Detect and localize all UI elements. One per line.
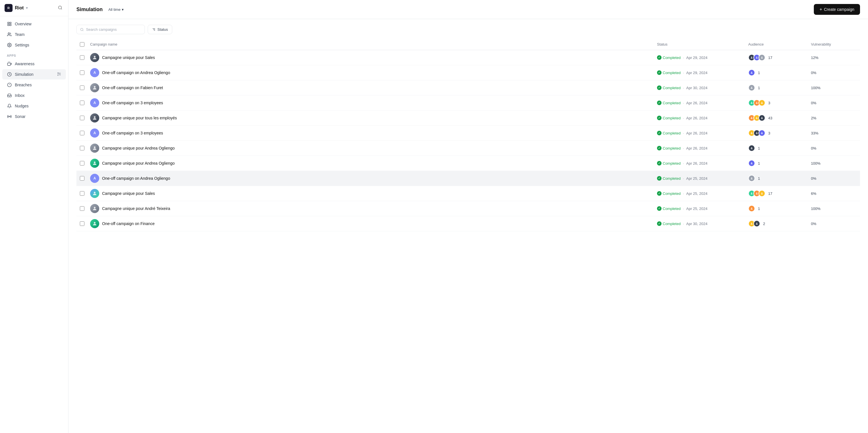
campaign-name-text: Campagne unique pour Andrea Ogliengo (102, 161, 175, 166)
audience-cell: 43 (748, 114, 811, 121)
svg-point-49 (751, 208, 752, 208)
sidebar-item-simulation[interactable]: Simulation (2, 69, 66, 79)
row-checkbox[interactable] (80, 70, 84, 75)
status-date: Apr 25, 2024 (686, 206, 708, 211)
create-campaign-button[interactable]: + Create campaign (814, 4, 860, 15)
row-checkbox-cell[interactable] (80, 86, 90, 90)
table-row[interactable]: A One-off campaign on Andrea Ogliengo Co… (76, 65, 860, 80)
vulnerability-cell: 2% (811, 116, 857, 120)
status-separator: · (683, 161, 684, 166)
row-checkbox-cell[interactable] (80, 206, 90, 211)
select-all-checkbox[interactable] (80, 42, 84, 47)
row-checkbox[interactable] (80, 101, 84, 105)
svg-point-50 (94, 222, 95, 224)
row-checkbox[interactable] (80, 146, 84, 151)
table-row[interactable]: Campagne unique pour Andrea Ogliengo Com… (76, 141, 860, 156)
sidebar-item-nudges[interactable]: Nudges (2, 101, 66, 111)
svg-point-41 (94, 162, 95, 163)
row-checkbox-cell[interactable] (80, 131, 90, 135)
vulnerability-cell: 0% (811, 101, 857, 105)
status-dot-icon (657, 101, 661, 105)
row-checkbox-cell[interactable] (80, 176, 90, 180)
svg-point-43 (751, 177, 752, 178)
time-filter-button[interactable]: All time ▾ (106, 6, 126, 13)
status-filter-button[interactable]: Status (148, 25, 172, 34)
status-date: Apr 26, 2024 (686, 101, 708, 105)
row-checkbox[interactable] (80, 206, 84, 211)
status-badge: Completed (657, 70, 681, 75)
row-checkbox[interactable] (80, 161, 84, 166)
svg-point-30 (756, 102, 757, 103)
table-row[interactable]: A One-off campaign on 3 employees Comple… (76, 95, 860, 110)
row-checkbox[interactable] (80, 221, 84, 226)
row-checkbox[interactable] (80, 86, 84, 90)
table-row[interactable]: Campagne unique pour André Teixeira Comp… (76, 201, 860, 216)
row-checkbox[interactable] (80, 55, 84, 60)
header-audience: Audience (748, 42, 811, 47)
main-content: Simulation All time ▾ + Create campaign (68, 0, 868, 433)
row-checkbox-cell[interactable] (80, 191, 90, 196)
header-campaign-name: Campaign name (90, 42, 657, 47)
status-dot-icon (657, 176, 661, 180)
status-label: Completed (663, 206, 681, 211)
row-checkbox[interactable] (80, 191, 84, 196)
table-row[interactable]: Campagne unique pour tous les employés C… (76, 110, 860, 126)
table-row[interactable]: One-off campaign on Fabien Furet Complet… (76, 80, 860, 95)
sidebar-item-team[interactable]: Team (2, 29, 66, 40)
status-label: Completed (663, 146, 681, 151)
status-dot-icon (657, 221, 661, 226)
status-badge: Completed (657, 176, 681, 180)
table-body: Campagne unique pour Sales Completed · A… (76, 50, 860, 231)
row-checkbox-cell[interactable] (80, 70, 90, 75)
campaign-status-cell: Completed · Apr 26, 2024 (657, 131, 748, 135)
simulation-settings-icon[interactable] (57, 72, 61, 77)
brand-logo-area[interactable]: R Riot ▾ (5, 4, 28, 12)
search-box[interactable] (76, 25, 145, 34)
filters-row: Status (76, 25, 860, 34)
table-row[interactable]: Campagne unique pour Sales Completed · A… (76, 50, 860, 65)
row-checkbox-cell[interactable] (80, 146, 90, 151)
sidebar-item-overview[interactable]: Overview (2, 19, 66, 29)
row-checkbox[interactable] (80, 176, 84, 180)
status-separator: · (683, 222, 684, 226)
svg-point-46 (756, 193, 757, 193)
table-row[interactable]: Campagne unique pour Andrea Ogliengo Com… (76, 156, 860, 171)
sidebar-item-breaches[interactable]: Breaches (2, 80, 66, 90)
svg-point-33 (751, 117, 752, 118)
sidebar-item-inbox[interactable]: Inbox (2, 90, 66, 101)
table-row[interactable]: One-off campaign on Finance Completed · … (76, 216, 860, 231)
vulnerability-cell: 6% (811, 192, 857, 196)
status-dot-icon (657, 131, 661, 135)
table-row[interactable]: Campagne unique pour Sales Completed · A… (76, 186, 860, 201)
row-checkbox-cell[interactable] (80, 101, 90, 105)
row-checkbox[interactable] (80, 115, 84, 120)
search-input[interactable] (86, 27, 141, 32)
row-checkbox-cell[interactable] (80, 55, 90, 60)
table-row[interactable]: A One-off campaign on Andrea Ogliengo Co… (76, 171, 860, 186)
sidebar-item-settings[interactable]: Settings (2, 40, 66, 50)
row-checkbox[interactable] (80, 131, 84, 135)
row-checkbox-cell[interactable] (80, 221, 90, 226)
campaign-name-cell: One-off campaign on Finance (90, 219, 657, 228)
status-separator: · (683, 116, 684, 120)
svg-point-0 (58, 6, 62, 9)
svg-point-32 (94, 116, 95, 118)
row-checkbox-cell[interactable] (80, 115, 90, 120)
brand-chevron-icon: ▾ (26, 6, 28, 10)
sidebar-search-button[interactable] (57, 4, 64, 12)
sidebar-item-awareness[interactable]: Awareness (2, 59, 66, 69)
status-dot-icon (657, 191, 661, 196)
svg-point-44 (94, 192, 95, 193)
status-dot-icon (657, 161, 661, 166)
status-dot-icon (657, 146, 661, 151)
row-checkbox-cell[interactable] (80, 161, 90, 166)
table-row[interactable]: A One-off campaign on 3 employees Comple… (76, 126, 860, 141)
simulation-icon (7, 72, 12, 77)
time-filter-label: All time (108, 7, 121, 12)
campaign-status-cell: Completed · Apr 25, 2024 (657, 176, 748, 180)
sidebar-item-sonar[interactable]: Sonar (2, 111, 66, 122)
svg-point-24 (756, 57, 757, 58)
sidebar-item-label: Simulation (15, 72, 33, 77)
status-badge: Completed (657, 161, 681, 166)
status-separator: · (683, 101, 684, 105)
